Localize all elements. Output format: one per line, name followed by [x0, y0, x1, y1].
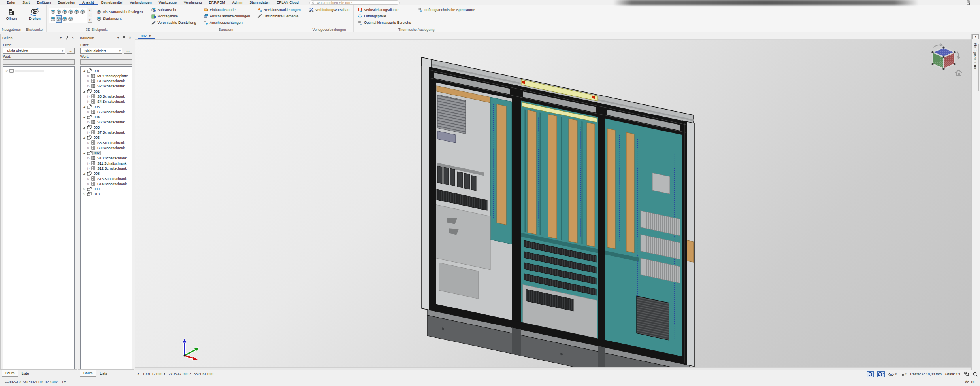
- chevron-down-icon[interactable]: ▾: [116, 36, 121, 40]
- optimal-klimatisierte-bereiche-button[interactable]: Optimal klimatisierte Bereiche: [356, 20, 413, 25]
- bauraum-wert-input[interactable]: [80, 59, 132, 65]
- expand-expanded-icon[interactable]: ◢: [83, 151, 86, 155]
- viewpoint-option-1-4[interactable]: [68, 8, 74, 15]
- expand-expanded-icon[interactable]: ◢: [83, 105, 86, 108]
- menu-item-verplanung[interactable]: Verplanung: [180, 0, 205, 5]
- tree-node-S14[interactable]: ▷S14:Schaltschrank: [81, 181, 132, 186]
- expand-collapsed-icon[interactable]: ▷: [87, 85, 90, 88]
- expand-collapsed-icon[interactable]: ▷: [87, 100, 90, 103]
- tree-node-001[interactable]: ◢001: [81, 68, 132, 73]
- pin-icon[interactable]: [122, 36, 126, 40]
- rotate-view-button[interactable]: Drehen: [26, 6, 44, 27]
- seiten-filter-more-button[interactable]: ...: [67, 48, 75, 54]
- expand-expanded-icon[interactable]: ◢: [83, 172, 86, 175]
- bohransicht-button[interactable]: Bohransicht: [150, 7, 198, 13]
- menu-item-werkzeuge[interactable]: Werkzeuge: [155, 0, 180, 5]
- tree-node-S10[interactable]: ▷S10:Schaltschrank: [81, 155, 132, 161]
- expand-collapsed-icon[interactable]: ▷: [87, 121, 90, 124]
- tree-node-S8[interactable]: ▷S8:Schaltschrank: [81, 140, 132, 145]
- pin-icon[interactable]: [64, 36, 69, 40]
- verbindungsvorschau-button[interactable]: Verbindungsvorschau: [307, 7, 351, 13]
- viewpoint-option-1-1[interactable]: [50, 8, 56, 15]
- expand-collapsed-icon[interactable]: ▷: [87, 167, 90, 170]
- tree-node-S4[interactable]: ▷S4:Schaltschrank: [81, 99, 132, 104]
- viewpoint-option-1-2[interactable]: [56, 8, 62, 15]
- insert-center-label[interactable]: Einfügezentrum: [973, 43, 977, 70]
- tree-node-005[interactable]: ◢005: [81, 125, 132, 130]
- expand-collapsed-icon[interactable]: ▷: [87, 95, 90, 98]
- tree-node-009[interactable]: ▷009: [81, 186, 132, 191]
- seiten-tree-project-row[interactable]: ▷: [4, 68, 74, 73]
- tree-node-S12[interactable]: ▷S12:Schaltschrank: [81, 166, 132, 171]
- expand-collapsed-icon[interactable]: ▷: [83, 187, 86, 191]
- home-icon[interactable]: [956, 70, 962, 76]
- start-view-button[interactable]: Startansicht: [95, 16, 145, 21]
- zoom-button[interactable]: [973, 372, 978, 377]
- tree-node-008[interactable]: ◢008: [81, 171, 132, 176]
- bauraum-tree[interactable]: ◢001▷MP1:Montageplatte▷S1:Schaltschrank▷…: [80, 66, 132, 369]
- menu-item-einf-gen[interactable]: Einfügen: [33, 0, 55, 5]
- close-icon[interactable]: ✕: [128, 36, 132, 40]
- viewpoint-option-2-1[interactable]: [50, 15, 56, 23]
- expand-collapsed-icon[interactable]: ▷: [87, 182, 90, 185]
- grid-dropdown[interactable]: ▾: [900, 372, 907, 377]
- tree-node-S11[interactable]: ▷S11:Schaltschrank: [81, 161, 132, 166]
- expand-collapsed-icon[interactable]: ▷: [87, 74, 90, 78]
- menu-item-verbindungen[interactable]: Verbindungen: [126, 0, 155, 5]
- viewpoint-option-2-2[interactable]: [56, 15, 62, 23]
- tree-node-S9[interactable]: ▷S9:Schaltschrank: [81, 145, 132, 150]
- menu-item-eplan-cloud[interactable]: EPLAN Cloud: [273, 0, 302, 5]
- tree-node-S7[interactable]: ▷S7:Schaltschrank: [81, 130, 132, 135]
- anschlussrichtungen-button[interactable]: Anschlussrichtungen: [202, 20, 252, 25]
- snap-toggle-2[interactable]: [877, 371, 885, 377]
- expand-collapsed-icon[interactable]: ▷: [87, 162, 90, 165]
- seiten-filter-select[interactable]: - Nicht aktiviert - ▾: [3, 48, 65, 54]
- revisionsmarkierungen-button[interactable]: Revisionsmarkierungen: [256, 7, 302, 13]
- expand-collapsed-icon[interactable]: ▷: [87, 146, 90, 149]
- gallery-more-button[interactable]: ▼: [88, 18, 92, 23]
- expand-collapsed-icon[interactable]: ▷: [87, 177, 90, 180]
- verlustleistungsdichte-button[interactable]: Verlustleistungsdichte: [356, 7, 413, 13]
- lüftungspfeile-button[interactable]: Lüftungspfeile: [356, 13, 413, 19]
- tree-node-002[interactable]: ◢002: [81, 89, 132, 94]
- menu-item-erp-pdm[interactable]: ERP/PDM: [205, 0, 229, 5]
- expand-collapsed-icon[interactable]: ▷: [87, 110, 90, 114]
- tree-node-S13[interactable]: ▷S13:Schaltschrank: [81, 176, 132, 181]
- snap-toggle-1[interactable]: [867, 371, 874, 377]
- unsichtbare-elemente-button[interactable]: Unsichtbare Elemente: [256, 13, 302, 19]
- menu-item-ansicht[interactable]: Ansicht: [79, 0, 98, 5]
- seiten-wert-input[interactable]: [3, 59, 75, 65]
- expand-collapsed-icon[interactable]: ▷: [87, 79, 90, 83]
- tree-node-MP1[interactable]: ▷MP1:Montageplatte: [81, 73, 132, 78]
- close-icon[interactable]: ✕: [70, 36, 75, 40]
- seiten-tree[interactable]: ▷: [3, 66, 75, 369]
- gallery-up-button[interactable]: ▴: [88, 8, 92, 12]
- viewpoint-option-1-6[interactable]: [79, 8, 85, 15]
- lüftungstechnische-sperrräume-button[interactable]: Lüftungstechnische Sperrräume: [416, 7, 477, 13]
- anschlussbezeichnungen-button[interactable]: Anschlussbezeichnungen: [202, 13, 252, 19]
- vereinfachte-darstellung-button[interactable]: Vereinfachte Darstellung: [150, 20, 198, 25]
- open-navigators-button[interactable]: Öffnen ⌄: [2, 6, 21, 27]
- model-canvas[interactable]: [135, 40, 971, 370]
- zoom-window-button[interactable]: [964, 372, 969, 377]
- tree-node-S1[interactable]: ▷S1:Schaltschrank: [81, 78, 132, 83]
- tree-node-004[interactable]: ◢004: [81, 114, 132, 119]
- expand-expanded-icon[interactable]: ◢: [83, 136, 86, 139]
- tell-me-search[interactable]: Was möchten Sie tun?: [309, 0, 400, 5]
- layer-visibility-dropdown[interactable]: ▾: [888, 372, 897, 377]
- bauraum-filter-select[interactable]: - Nicht aktiviert - ▾: [80, 48, 122, 54]
- menu-item-start[interactable]: Start: [19, 0, 33, 5]
- tabbar-overflow-button[interactable]: ▾: [972, 34, 979, 39]
- gallery-down-button[interactable]: ▾: [88, 13, 92, 17]
- tree-node-010[interactable]: ▷010: [81, 191, 132, 197]
- expand-expanded-icon[interactable]: ◢: [83, 126, 86, 129]
- viewpoint-option-1-3[interactable]: [62, 8, 68, 15]
- viewpoint-option-1-5[interactable]: [74, 8, 79, 15]
- viewpoint-option-2-4[interactable]: [68, 15, 74, 23]
- tab-007[interactable]: 007 ✕: [138, 34, 155, 39]
- scrollbar-thumb[interactable]: [978, 44, 979, 91]
- view-cube-body[interactable]: [931, 46, 956, 70]
- expand-expanded-icon[interactable]: ◢: [83, 69, 86, 72]
- menu-item-bearbeiten[interactable]: Bearbeiten: [55, 0, 79, 5]
- viewpoint-option-2-3[interactable]: [62, 15, 68, 23]
